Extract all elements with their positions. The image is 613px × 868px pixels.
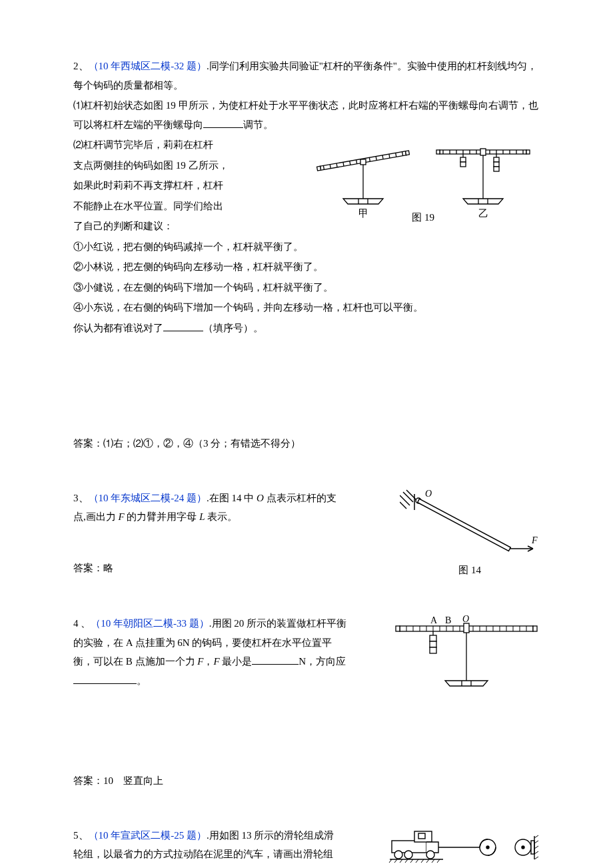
svg-rect-42	[494, 157, 499, 162]
svg-rect-39	[460, 157, 466, 162]
q2-qb: （填序号）。	[203, 323, 263, 333]
figure-20: A B O	[393, 614, 540, 691]
q4-source: （10 年朝阳区二模-33 题）	[91, 618, 209, 629]
fig19-label-yi: 乙	[478, 208, 488, 219]
q2-option-1: ①小红说，把右侧的钩码减掉一个，杠杆就平衡了。	[73, 237, 540, 257]
q2-option-3: ③小健说，在左侧的钩码下增加一个钩码，杠杆就平衡了。	[73, 278, 540, 297]
q3-source: （10 年东城区二模-24 题）	[89, 493, 207, 503]
q2-p1b: 调节。	[243, 119, 273, 130]
q2-p4: 如果此时莉莉不再支撑杠杆，杠杆	[73, 176, 300, 195]
q2-p5: 不能静止在水平位置。同学们给出	[73, 197, 300, 216]
svg-line-110	[534, 857, 538, 859]
fig14-caption: 图 14	[400, 561, 540, 580]
svg-rect-16	[360, 159, 366, 165]
question-5: 图 13 5、（10 年宣武区二模-25 题）.用如图 13 所示的滑轮组成滑轮…	[73, 826, 540, 869]
svg-rect-73	[533, 626, 537, 631]
svg-rect-33	[526, 150, 530, 154]
svg-rect-81	[430, 647, 436, 653]
blank-4	[73, 674, 137, 684]
q3-t1: .在图 14 中	[207, 493, 257, 503]
svg-line-91	[400, 859, 402, 863]
q3-t3: 的力臂并用字母	[125, 511, 200, 522]
q2-source: （10 年西城区二模-32 题）	[89, 61, 207, 71]
blank-1	[203, 118, 243, 128]
q3-O: O	[257, 493, 264, 503]
svg-line-92	[405, 859, 408, 863]
lever-yi	[436, 149, 530, 204]
question-4: A B O 4 、（10 年朝阳区二模-33 题）.用图 20 所示的装置做杠杆…	[73, 614, 540, 803]
q5-number: 5、	[73, 830, 89, 841]
svg-rect-51	[418, 499, 511, 551]
fig19-label-jia: 甲	[358, 208, 368, 219]
q2-p2: ⑵杠杆调节完毕后，莉莉在杠杆	[73, 135, 300, 155]
q4-answer: 答案：10 竖直向上	[73, 771, 540, 791]
svg-rect-14	[405, 151, 409, 155]
svg-rect-104	[531, 841, 534, 854]
svg-line-93	[410, 859, 413, 863]
svg-line-107	[534, 841, 538, 843]
q4-t5: 。	[137, 675, 147, 686]
q4-t4: N，方向应	[299, 656, 346, 667]
figure-13: 图 13	[386, 826, 540, 869]
q3-text: 3、（10 年东城区二模-24 题）.在图 14 中 O 点表示杠杆的支点,画出…	[73, 489, 340, 527]
q5-text: 5、（10 年宣武区二模-25 题）.用如图 13 所示的滑轮组成滑轮组，以最省…	[73, 826, 340, 869]
q3-t4: 表示。	[205, 511, 238, 522]
q4-t2: ，	[203, 656, 213, 667]
question-3: O F 图 14 3、（10 年东城区二模-24 题）.在图 14 中 O 点表…	[73, 489, 540, 591]
q4-text: 4 、（10 年朝阳区二模-33 题）.用图 20 所示的装置做杠杆平衡的实验，…	[73, 614, 350, 690]
q4-t3: 最小是	[220, 656, 253, 667]
svg-point-103	[522, 846, 524, 849]
fig19-caption: 图 19	[412, 212, 434, 223]
svg-line-89	[389, 859, 392, 863]
q2-part1: ⑴杠杆初始状态如图 19 甲所示，为使杠杆处于水平平衡状态，此时应将杠杆右端的平…	[73, 96, 540, 134]
svg-point-86	[404, 851, 412, 859]
svg-line-109	[534, 851, 538, 854]
fig20-O: O	[462, 614, 469, 624]
q2-part2-text: ⑵杠杆调节完毕后，莉莉在杠杆 支点两侧挂的钩码如图 19 乙所示， 如果此时莉莉…	[73, 135, 300, 236]
q2-p3: 支点两侧挂的钩码如图 19 乙所示，	[73, 156, 300, 175]
svg-point-101	[486, 846, 489, 849]
svg-point-87	[426, 851, 434, 859]
figure-14: O F 图 14	[400, 489, 540, 580]
svg-rect-43	[494, 162, 499, 167]
svg-rect-72	[396, 626, 400, 631]
q2-intro: 2、（10 年西城区二模-32 题）.同学们利用实验共同验证"杠杆的平衡条件"。…	[73, 57, 540, 95]
q2-p1a: ⑴杠杆初始状态如图 19 甲所示，为使杠杆处于水平平衡状态，此时应将杠杆右端的平…	[73, 100, 538, 130]
q2-p6: 了自己的判断和建议：	[73, 217, 300, 236]
svg-rect-35	[480, 149, 486, 155]
q3-L: L	[199, 511, 205, 522]
q2-ask: 你认为都有谁说对了（填序号）。	[73, 319, 540, 338]
svg-rect-74	[464, 623, 469, 633]
q3-number: 3、	[73, 493, 89, 503]
q2-number: 2、	[73, 61, 89, 71]
fig14-O: O	[425, 489, 432, 499]
svg-line-98	[437, 859, 440, 863]
svg-line-97	[432, 859, 434, 863]
figure-19: 甲	[313, 135, 540, 225]
q4-F2: F	[213, 656, 219, 667]
fig14-F: F	[531, 535, 538, 545]
lever-jia	[317, 151, 410, 204]
svg-line-48	[400, 502, 406, 509]
q2-answer: 答案：⑴右；⑵①，②，④（3 分；有错选不得分）	[73, 434, 540, 453]
blank-2	[163, 321, 203, 331]
svg-line-108	[534, 846, 538, 849]
blank-3	[252, 655, 299, 665]
fig20-B: B	[445, 615, 451, 625]
svg-rect-84	[418, 833, 425, 839]
svg-rect-13	[317, 166, 321, 171]
q2-option-4: ④小东说，在右侧的钩码下增加一个钩码，并向左移动一格，杠杆也可以平衡。	[73, 298, 540, 317]
svg-point-85	[394, 851, 402, 859]
svg-rect-79	[430, 635, 436, 641]
svg-rect-32	[436, 150, 440, 154]
q2-option-2: ②小林说，把左侧的钩码向左移动一格，杠杆就平衡了。	[73, 257, 540, 277]
svg-line-90	[394, 859, 397, 863]
fig20-A: A	[430, 615, 438, 625]
q5-source: （10 年宣武区二模-25 题）	[89, 830, 207, 841]
q3-F: F	[119, 511, 125, 522]
q4-number: 4 、	[73, 618, 91, 629]
svg-rect-40	[460, 162, 466, 167]
svg-line-95	[421, 859, 424, 863]
svg-line-96	[426, 859, 429, 863]
question-2: 2、（10 年西城区二模-32 题）.同学们利用实验共同验证"杠杆的平衡条件"。…	[73, 57, 540, 465]
